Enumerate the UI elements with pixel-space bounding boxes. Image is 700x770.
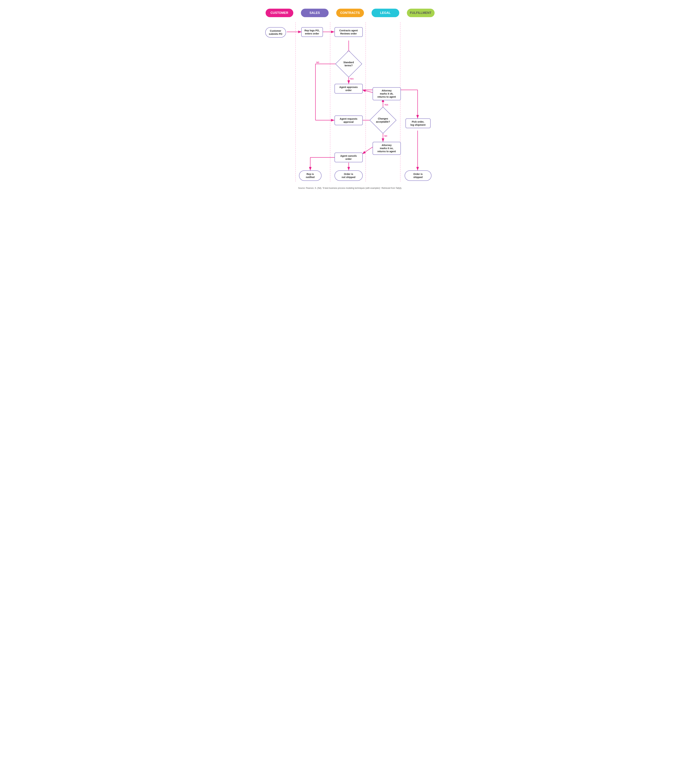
node-agent-approves-order: Agent approves order xyxy=(335,84,363,94)
node-order-not-shipped: Order is not shipped xyxy=(335,170,363,181)
node-rep-is-notified: Rep is notified xyxy=(299,170,322,181)
node-contracts-agent-reviews: Contracts agent Reviews order xyxy=(335,27,363,37)
lanes-header: CUSTOMER SALES CONTRACTS LEGAL FULFILLME… xyxy=(262,9,438,17)
lane-contracts-label: CONTRACTS xyxy=(336,9,364,17)
svg-text:NO: NO xyxy=(384,135,387,137)
node-order-shipped: Order is shipped xyxy=(405,170,432,181)
node-rep-logs-po: Rep logs PO, enters order xyxy=(301,27,323,37)
svg-text:YES: YES xyxy=(384,104,388,106)
svg-text:YES: YES xyxy=(350,78,354,80)
lane-sales-label: SALES xyxy=(301,9,329,17)
node-agent-cancels-order: Agent cancels order xyxy=(335,152,363,162)
node-agent-requests-approval: Agent requests approval xyxy=(335,115,363,125)
node-changes-acceptable: Changes acceptable? xyxy=(374,111,392,130)
node-attorney-no: Attorney marks it no, returns to agent xyxy=(373,142,401,155)
node-pick-order-log-shipment: Pick order, log shipment xyxy=(406,118,431,128)
lane-legal-label: LEGAL xyxy=(372,9,399,17)
node-attorney-ok: Attorney marks it ok, returns to agent xyxy=(373,87,401,100)
node-customer-submits-po: Customer submits PO xyxy=(265,27,286,37)
footnote: Source: Pearson, S. (Nd). '9 best busine… xyxy=(262,187,438,189)
diagram-container: CUSTOMER SALES CONTRACTS LEGAL FULFILLME… xyxy=(258,3,442,200)
svg-line-22 xyxy=(362,147,373,154)
node-standard-terms: Standard terms? xyxy=(339,54,358,73)
lane-fulfillment-label: FULFILLMENT xyxy=(407,9,435,17)
svg-line-19 xyxy=(362,90,373,92)
lane-customer-label: CUSTOMER xyxy=(265,9,293,17)
svg-text:NO: NO xyxy=(316,61,319,63)
flow-area: YES NO YES NO xyxy=(262,22,438,182)
